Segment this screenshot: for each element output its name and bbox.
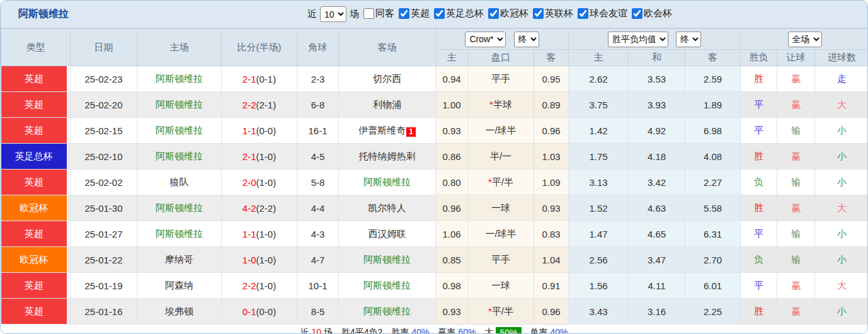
filter-6[interactable]: 欧会杯	[632, 8, 672, 20]
result-text: 胜	[754, 73, 763, 84]
home-team-name[interactable]: 阿斯顿维拉	[156, 125, 203, 135]
away-team-name[interactable]: 凯尔特人	[368, 202, 406, 213]
away-team-name[interactable]: 阿斯顿维拉	[363, 280, 411, 291]
avg-time-select[interactable]: 终	[676, 32, 701, 47]
away-team-cell: 阿斯顿维拉	[339, 299, 436, 325]
score-cell: 0-1(0-0)	[222, 299, 297, 325]
filter-4[interactable]: 英联杯	[533, 8, 573, 20]
home-team-name[interactable]: 阿斯顿维拉	[156, 99, 203, 110]
filter-label[interactable]: 同客	[375, 8, 394, 20]
filter-checkbox-2[interactable]	[434, 8, 445, 19]
goal-result-text: 大	[837, 99, 847, 110]
away-team-cell: 利物浦	[339, 92, 436, 118]
filter-label[interactable]: 欧会杯	[644, 8, 672, 20]
filter-checkbox-5[interactable]	[578, 8, 588, 19]
filter-label[interactable]: 英联杯	[545, 8, 573, 20]
filter-checkbox-3[interactable]	[488, 8, 499, 19]
result-cell: 胜	[741, 66, 777, 92]
goal-result-cell: 小	[815, 118, 868, 144]
halftime-score: (0-1)	[256, 74, 277, 84]
match-count-select[interactable]: 10	[320, 6, 346, 22]
handicap-text: 半球	[493, 99, 512, 110]
team-title[interactable]: 阿斯顿维拉	[18, 8, 69, 21]
filter-label[interactable]: 英超	[411, 8, 430, 20]
league-badge: 英超	[1, 92, 67, 117]
away-team-name[interactable]: 阿斯顿维拉	[363, 176, 411, 187]
let-result-cell: 赢	[777, 195, 815, 221]
home-team-name[interactable]: 阿斯顿维拉	[156, 73, 203, 84]
filter-1[interactable]: 英超	[399, 8, 430, 20]
home-team-name[interactable]: 阿斯顿维拉	[156, 202, 203, 213]
let-result-text: 输	[791, 228, 801, 239]
goal-result-text: 走	[837, 73, 847, 84]
home-team-name[interactable]: 狼队	[170, 176, 189, 187]
result-cell: 负	[741, 247, 777, 273]
odds-company-select[interactable]: Crow*	[465, 32, 506, 47]
away-team-name[interactable]: 阿斯顿维拉	[363, 254, 411, 265]
table-row: 欧冠杯 25-01-30 阿斯顿维拉 4-2(2-2) 4-4 凯尔特人 0.9…	[1, 195, 868, 221]
away-team-name[interactable]: 阿斯顿维拉	[363, 306, 411, 316]
goal-result-cell: 大	[815, 273, 868, 299]
sub-header-odds-away: 客	[534, 50, 569, 66]
filter-checkbox-1[interactable]	[399, 8, 409, 19]
home-team-name[interactable]: 阿森纳	[165, 280, 193, 291]
goal-result-cell: 大	[815, 195, 868, 221]
scope-select[interactable]: 全场	[788, 32, 822, 47]
let-result-cell: 赢	[777, 273, 815, 299]
handicap-text: 一球	[491, 280, 510, 291]
handicap-cell: 平手	[468, 247, 534, 273]
away-team-name[interactable]: 利物浦	[373, 99, 401, 110]
score-cell: 2-1(0-1)	[222, 66, 297, 92]
summary-segment-3: 胜4平4负2	[341, 327, 382, 334]
near-label: 近	[307, 8, 317, 20]
let-result-cell: 赢	[777, 299, 815, 325]
fulltime-score: 2-1	[243, 74, 256, 84]
league-cell: 英超	[1, 170, 71, 195]
avg-type-select[interactable]: 胜平负均值	[608, 32, 668, 47]
odds-home-cell: 1.00	[436, 92, 468, 118]
filter-0[interactable]: 同客	[363, 8, 394, 20]
sub-header-let: 让球	[777, 50, 815, 66]
league-cell: 英超	[1, 118, 71, 144]
filter-3[interactable]: 欧冠杯	[488, 8, 528, 20]
match-date: 25-02-20	[71, 92, 137, 118]
avg-home-cell: 3.75	[569, 92, 629, 118]
home-team-name[interactable]: 阿斯顿维拉	[156, 151, 203, 161]
filter-label[interactable]: 欧冠杯	[500, 8, 528, 20]
corner-cell: 4-7	[297, 247, 339, 273]
filter-checkbox-0[interactable]	[363, 8, 374, 19]
odds-time-select[interactable]: 终	[514, 32, 539, 47]
score-cell: 1-1(0-0)	[222, 118, 297, 144]
top-bar: 阿斯顿维拉 近 10 场 同客英超英足总杯欧冠杯英联杯球会友谊欧会杯	[1, 1, 867, 28]
filter-2[interactable]: 英足总杯	[434, 8, 484, 20]
let-result-text: 赢	[791, 306, 801, 316]
filter-5[interactable]: 球会友谊	[578, 8, 627, 20]
red-card-badge: 1	[406, 127, 416, 137]
let-result-text: 赢	[791, 202, 801, 213]
filter-label[interactable]: 球会友谊	[590, 8, 627, 20]
filter-checkbox-6[interactable]	[632, 8, 642, 19]
home-team-name[interactable]: 摩纳哥	[165, 254, 193, 265]
league-badge: 欧冠杯	[1, 195, 67, 221]
home-team-name[interactable]: 阿斯顿维拉	[156, 228, 203, 239]
filter-label[interactable]: 英足总杯	[446, 8, 484, 20]
away-team-name[interactable]: 伊普斯维奇	[358, 125, 406, 135]
avg-away-cell: 6.31	[685, 221, 741, 247]
goal-result-cell: 小	[815, 170, 868, 195]
away-team-cell: 阿斯顿维拉	[339, 273, 436, 299]
fulltime-score: 2-2	[243, 280, 256, 291]
away-team-cell: 切尔西	[339, 66, 436, 92]
away-team-name[interactable]: 托特纳姆热刺	[359, 151, 416, 161]
home-team-name[interactable]: 埃弗顿	[165, 306, 193, 316]
filter-checkbox-4[interactable]	[533, 8, 544, 19]
home-team-cell: 阿斯顿维拉	[137, 221, 222, 247]
match-date: 25-01-27	[71, 221, 137, 247]
league-badge: 英超	[1, 221, 67, 246]
away-team-name[interactable]: 西汉姆联	[368, 228, 406, 239]
avg-home-cell: 1.56	[569, 273, 629, 299]
let-result-cell: 输	[777, 118, 815, 144]
handicap-text: 平手	[491, 254, 510, 265]
odds-away-cell: 0.93	[534, 195, 569, 221]
away-team-name[interactable]: 切尔西	[373, 73, 401, 84]
summary-segment-5: 40%	[411, 327, 429, 334]
